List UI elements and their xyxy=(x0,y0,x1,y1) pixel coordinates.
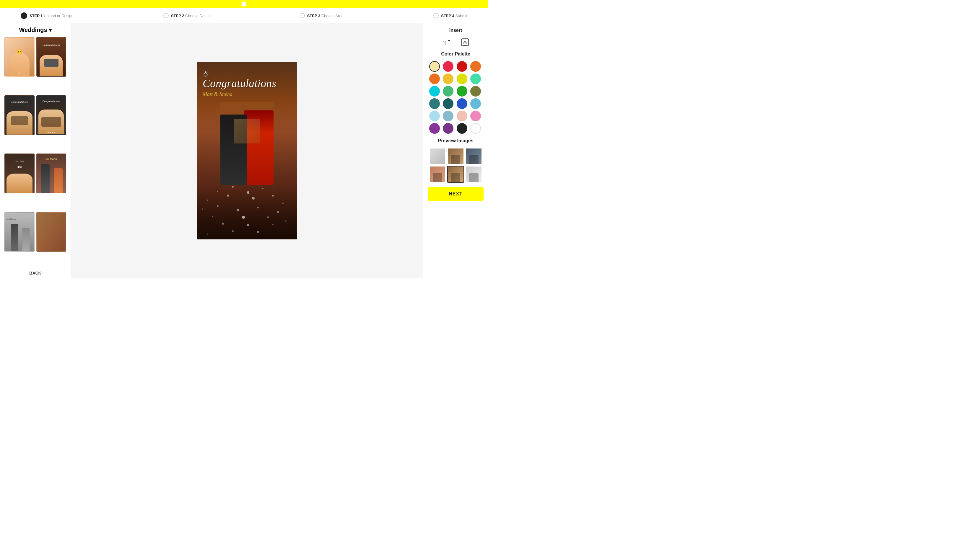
color-swatch[interactable] xyxy=(457,86,467,97)
upload-icon xyxy=(460,37,470,47)
color-swatch[interactable] xyxy=(429,73,440,84)
preview-image-thumb[interactable] xyxy=(466,166,482,182)
color-swatch[interactable] xyxy=(457,98,467,109)
template-thumb[interactable]: Just Married xyxy=(5,212,35,252)
right-panel: Insert T Color Palette xyxy=(423,23,488,278)
step-2-item[interactable]: STEP 2 Choose Dates xyxy=(160,13,213,18)
preview-image-thumb[interactable] xyxy=(429,148,446,165)
color-swatch[interactable] xyxy=(429,111,440,121)
preview-background: 💍 Congratulations Matt & Sneha xyxy=(197,62,297,239)
color-palette-grid xyxy=(428,61,483,134)
preview-image-thumb[interactable] xyxy=(447,148,464,165)
preview-images-grid xyxy=(428,148,483,183)
color-swatch[interactable] xyxy=(457,73,467,84)
template-thumb[interactable]: Congratulations xyxy=(36,95,67,135)
preview-image-thumb[interactable] xyxy=(466,148,482,165)
color-swatch[interactable] xyxy=(470,61,481,72)
step-4-label: STEP 4 Submit xyxy=(441,13,467,18)
insert-text-button[interactable]: T xyxy=(442,37,451,47)
color-swatch[interactable] xyxy=(470,86,481,97)
preview-image-thumb[interactable] xyxy=(429,166,446,182)
color-swatch[interactable] xyxy=(443,111,453,121)
progress-bar: STEP 1 Upload or Design STEP 2 Choose Da… xyxy=(0,8,488,23)
step-2-circle xyxy=(163,13,169,18)
color-swatch[interactable] xyxy=(443,123,453,134)
template-thumb[interactable]: Congratulations xyxy=(5,95,35,135)
insert-upload-button[interactable] xyxy=(460,37,470,47)
preview-frame: 💍 Congratulations Matt & Sneha xyxy=(197,62,297,239)
insert-icons-row: T xyxy=(428,37,483,47)
step-4-item[interactable]: STEP 4 Submit xyxy=(430,13,470,18)
step-3-item[interactable]: STEP 3 Choose Area xyxy=(297,13,346,18)
category-dropdown[interactable]: Weddings ▾ xyxy=(19,26,52,33)
color-swatch[interactable] xyxy=(443,98,453,109)
color-swatch[interactable] xyxy=(443,73,453,84)
step-1-label: STEP 1 Upload or Design xyxy=(30,13,74,18)
top-bar xyxy=(0,0,488,8)
back-button[interactable]: BACK xyxy=(29,271,41,275)
step-1-circle xyxy=(21,12,27,19)
names-text: Matt & Sneha xyxy=(203,91,291,97)
step-3-circle xyxy=(299,13,305,18)
insert-section-title: Insert xyxy=(428,28,483,33)
text-icon: T xyxy=(442,37,451,47)
color-swatch[interactable] xyxy=(429,61,440,72)
category-label: Weddings xyxy=(19,27,47,33)
center-panel: 💍 Congratulations Matt & Sneha xyxy=(71,23,423,278)
color-swatch[interactable] xyxy=(457,61,467,72)
template-thumb[interactable]: Just Married xyxy=(36,153,67,193)
main-content: Weddings ▾ 🙂 ✿ Congratulations xyxy=(0,23,488,278)
step-3-label: STEP 3 Choose Area xyxy=(307,13,344,18)
template-thumb[interactable]: They Said I Do! xyxy=(5,153,35,193)
congrats-text: Congratulations xyxy=(203,77,291,90)
step-2-label: STEP 2 Choose Dates xyxy=(171,13,210,18)
template-grid: 🙂 ✿ Congratulations Congratu xyxy=(5,37,66,268)
color-swatch[interactable] xyxy=(443,61,453,72)
color-swatch[interactable] xyxy=(470,98,481,109)
color-swatch[interactable] xyxy=(429,86,440,97)
color-swatch[interactable] xyxy=(457,123,467,134)
color-swatch[interactable] xyxy=(429,98,440,109)
color-swatch[interactable] xyxy=(470,73,481,84)
snapchat-logo-icon xyxy=(241,1,247,7)
svg-text:T: T xyxy=(443,39,447,47)
step-1-item[interactable]: STEP 1 Upload or Design xyxy=(18,12,77,19)
color-swatch[interactable] xyxy=(443,86,453,97)
category-dropdown-icon: ▾ xyxy=(49,26,52,33)
color-swatch[interactable] xyxy=(470,111,481,121)
step-4-circle xyxy=(433,13,439,18)
color-palette-title: Color Palette xyxy=(428,52,483,57)
template-thumb[interactable]: Congratulations xyxy=(36,37,67,77)
color-swatch[interactable] xyxy=(470,123,481,134)
template-thumb[interactable] xyxy=(36,212,67,252)
dots-decoration xyxy=(197,180,297,239)
left-panel: Weddings ▾ 🙂 ✿ Congratulations xyxy=(0,23,71,278)
preview-image-thumb[interactable] xyxy=(447,166,464,182)
preview-images-title: Preview Images xyxy=(428,138,483,143)
template-thumb[interactable]: 🙂 ✿ xyxy=(5,37,35,77)
color-swatch[interactable] xyxy=(457,111,467,121)
color-swatch[interactable] xyxy=(429,123,440,134)
next-button[interactable]: NEXT xyxy=(428,187,483,201)
preview-overlay-text: 💍 Congratulations Matt & Sneha xyxy=(203,71,291,97)
